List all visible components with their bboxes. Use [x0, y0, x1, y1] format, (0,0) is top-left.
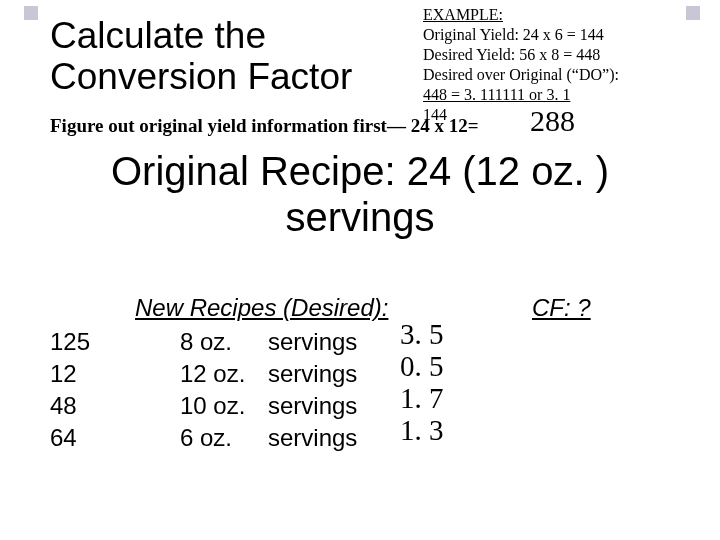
- count-row-3: 64: [50, 422, 90, 454]
- slide-title: Calculate the Conversion Factor: [50, 16, 400, 97]
- cf-row-3: 1. 3: [400, 414, 444, 446]
- cf-row-2: 1. 7: [400, 382, 444, 414]
- size-row-3: 6 oz.: [180, 422, 245, 454]
- size-row-0: 8 oz.: [180, 326, 245, 358]
- cf-header: CF: ?: [532, 294, 591, 322]
- size-row-2: 10 oz.: [180, 390, 245, 422]
- slide: Calculate the Conversion Factor EXAMPLE:…: [0, 0, 720, 540]
- count-column: 125 12 48 64: [50, 326, 90, 454]
- example-line-do: Desired over Original (“DO”):: [423, 65, 703, 85]
- example-line-fraction-top: 448 = 3. 111111 or 3. 1: [423, 85, 703, 105]
- servings-row-2: servings: [268, 390, 357, 422]
- count-row-2: 48: [50, 390, 90, 422]
- servings-row-1: servings: [268, 358, 357, 390]
- figure-out-result: 288: [530, 104, 575, 138]
- cf-column: 3. 5 0. 5 1. 7 1. 3: [400, 318, 444, 446]
- figure-out-line: Figure out original yield information fi…: [50, 115, 478, 137]
- cf-row-0: 3. 5: [400, 318, 444, 350]
- count-row-1: 12: [50, 358, 90, 390]
- example-line-original: Original Yield: 24 x 6 = 144: [423, 25, 703, 45]
- example-heading: EXAMPLE:: [423, 5, 703, 25]
- servings-row-0: servings: [268, 326, 357, 358]
- original-recipe-line2: servings: [286, 195, 435, 239]
- servings-row-3: servings: [268, 422, 357, 454]
- servings-column: servings servings servings servings: [268, 326, 357, 454]
- size-row-1: 12 oz.: [180, 358, 245, 390]
- cf-row-1: 0. 5: [400, 350, 444, 382]
- original-recipe-heading: Original Recipe: 24 (12 oz. ) servings: [0, 148, 720, 241]
- original-recipe-line1: Original Recipe: 24 (12 oz. ): [111, 149, 609, 193]
- size-column: 8 oz. 12 oz. 10 oz. 6 oz.: [180, 326, 245, 454]
- example-line-desired: Desired Yield: 56 x 8 = 448: [423, 45, 703, 65]
- new-recipes-header: New Recipes (Desired):: [135, 294, 388, 322]
- count-row-0: 125: [50, 326, 90, 358]
- decor-square-top-left: [24, 6, 38, 20]
